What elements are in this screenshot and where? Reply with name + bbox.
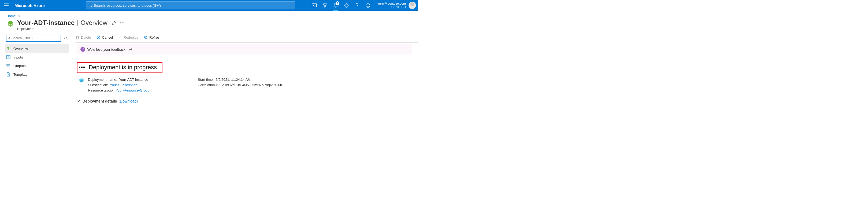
- page-subtitle: Deployment: [17, 27, 124, 31]
- progress-icon: [79, 65, 85, 69]
- main-content: Delete Cancel Redeploy Refresh We'd love…: [69, 32, 418, 103]
- deployment-icon: [79, 78, 84, 93]
- expander-label: Deployment details: [83, 99, 117, 103]
- notification-badge: 1: [336, 1, 339, 5]
- ellipsis-icon: [120, 22, 124, 23]
- menu-button[interactable]: [0, 0, 13, 11]
- cancel-icon: [96, 35, 100, 39]
- hamburger-icon: [4, 3, 8, 7]
- search-icon: [89, 3, 92, 7]
- template-icon: [6, 72, 11, 77]
- feedback-text: We'd love your feedback!: [87, 48, 126, 52]
- topbar: Microsoft Azure 1 user@contoso.c: [0, 0, 418, 11]
- sidebar-item-overview[interactable]: Overview: [5, 44, 69, 53]
- topbar-icons: 1: [309, 0, 373, 11]
- feedback-banner[interactable]: We'd love your feedback!: [77, 44, 412, 54]
- sidebar-collapse-button[interactable]: [64, 37, 67, 39]
- sidebar-item-label: Overview: [13, 47, 28, 51]
- redeploy-icon: [118, 35, 122, 39]
- global-search-input[interactable]: [94, 3, 292, 7]
- more-button[interactable]: [120, 22, 124, 23]
- deployment-name-value: Your-ADT-instance: [119, 78, 148, 82]
- svg-point-9: [122, 23, 123, 23]
- redeploy-button: Redeploy: [118, 35, 138, 39]
- svg-point-4: [357, 7, 357, 7]
- deployment-details-expander[interactable]: Deployment details (Download): [77, 99, 418, 103]
- start-time-value: 6/2/2021, 11:24:14 AM: [216, 78, 251, 82]
- sidebar-item-label: Outputs: [13, 64, 26, 68]
- notification-indicator: [333, 10, 338, 11]
- breadcrumb-home[interactable]: Home: [6, 14, 16, 18]
- outputs-icon: [6, 64, 11, 68]
- svg-rect-20: [81, 66, 83, 68]
- delete-button: Delete: [75, 35, 91, 39]
- pin-icon: [112, 21, 116, 25]
- directory-label: CONTOSO: [378, 5, 406, 9]
- svg-point-11: [8, 37, 10, 39]
- sidebar-item-inputs[interactable]: Inputs: [5, 53, 69, 61]
- svg-point-6: [367, 5, 368, 5]
- svg-line-18: [97, 36, 99, 38]
- cancel-button[interactable]: Cancel: [96, 35, 113, 39]
- gear-icon: [344, 3, 349, 8]
- breadcrumb: Home >: [0, 11, 418, 19]
- feedback-top-button[interactable]: [363, 0, 373, 11]
- inputs-icon: [6, 55, 11, 59]
- svg-line-12: [9, 39, 10, 39]
- svg-point-16: [7, 66, 8, 68]
- sidebar-search[interactable]: [6, 35, 61, 42]
- filter-icon: [323, 3, 327, 7]
- sidebar-item-outputs[interactable]: Outputs: [5, 61, 69, 70]
- notifications-button[interactable]: 1: [330, 0, 341, 11]
- svg-point-10: [123, 23, 124, 23]
- collapse-icon: [64, 37, 67, 39]
- subscription-link[interactable]: Your-Subscription: [110, 83, 137, 87]
- global-search[interactable]: [86, 1, 295, 9]
- avatar: [408, 2, 416, 9]
- svg-point-0: [89, 4, 91, 6]
- settings-button[interactable]: [341, 0, 352, 11]
- sidebar-item-label: Template: [13, 73, 28, 77]
- resource-icon: [6, 20, 14, 28]
- svg-line-1: [91, 6, 92, 7]
- page-tab-title: Overview: [81, 19, 107, 27]
- svg-rect-19: [79, 66, 81, 68]
- page-title: Your-ADT-instance: [17, 19, 74, 27]
- sidebar-item-template[interactable]: Template: [5, 70, 69, 79]
- cloud-shell-button[interactable]: [309, 0, 319, 11]
- chevron-down-icon: [77, 100, 80, 102]
- directory-filter-button[interactable]: [319, 0, 330, 11]
- help-button[interactable]: [352, 0, 363, 11]
- overview-icon: [6, 47, 11, 51]
- toolbar: Delete Cancel Redeploy Refresh: [75, 32, 418, 43]
- feedback-icon: [81, 47, 85, 52]
- svg-rect-21: [83, 66, 85, 68]
- breadcrumb-sep: >: [18, 14, 20, 18]
- account-button[interactable]: user@contoso.com CONTOSO: [373, 0, 418, 11]
- sidebar-item-label: Inputs: [13, 55, 23, 59]
- user-email: user@contoso.com: [378, 2, 406, 5]
- arrow-right-icon: [128, 48, 133, 51]
- svg-rect-2: [312, 4, 317, 7]
- deployment-details: Deployment name: Your-ADT-instance Subsc…: [77, 77, 418, 93]
- svg-point-14: [7, 64, 7, 65]
- refresh-icon: [144, 35, 148, 39]
- svg-point-15: [8, 65, 8, 66]
- deployment-status: Deployment is in progress: [77, 62, 162, 73]
- svg-point-8: [120, 23, 121, 23]
- page-header: Your-ADT-instance | Overview Deployment: [0, 19, 418, 32]
- download-link[interactable]: (Download): [119, 99, 138, 103]
- svg-point-5: [366, 3, 370, 7]
- correlation-id-value: A1bC2dE3fH4iJ5kL6mN7oP8qR9sT0u: [222, 83, 282, 87]
- cloud-shell-icon: [312, 3, 317, 7]
- brand-label[interactable]: Microsoft Azure: [13, 3, 49, 8]
- sidebar: Overview Inputs Outputs Template: [0, 32, 69, 103]
- resource-group-link[interactable]: Your-Resource-Group: [116, 88, 150, 92]
- svg-point-7: [368, 5, 369, 5]
- search-icon: [7, 36, 10, 40]
- pin-button[interactable]: [112, 21, 116, 25]
- sidebar-search-input[interactable]: [11, 36, 60, 40]
- refresh-button[interactable]: Refresh: [144, 35, 162, 39]
- help-icon: [356, 3, 359, 7]
- smiley-icon: [366, 3, 370, 8]
